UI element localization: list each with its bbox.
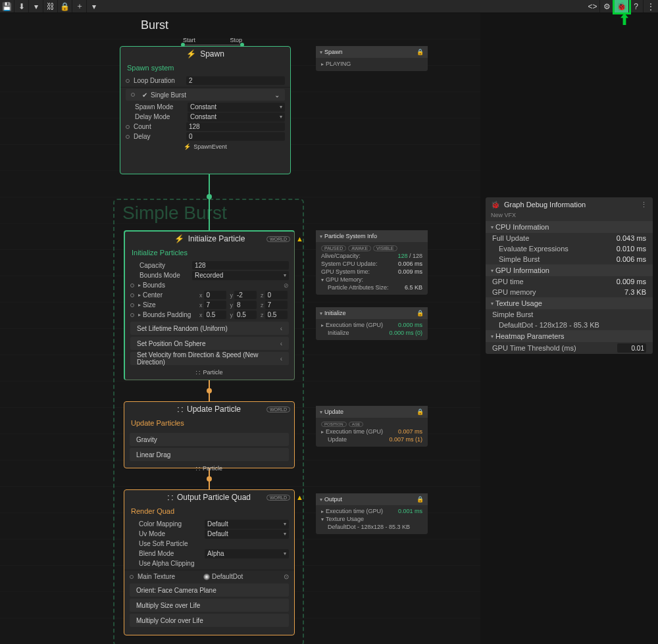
loop-duration-row: Loop Duration (120, 76, 290, 86)
caret-icon[interactable]: ▸ (138, 302, 141, 308)
info-init-title: Initialize (324, 310, 346, 316)
pad-x-input[interactable] (204, 310, 226, 319)
delay-input[interactable] (186, 132, 285, 141)
threshold-input[interactable] (617, 343, 646, 353)
chevron-down-icon[interactable]: ▾ (320, 497, 322, 503)
info-psys-panel: ▾Particle System Info PAUSEDAWAKEVISIBLE… (316, 230, 428, 295)
pad-y-input[interactable] (234, 310, 257, 319)
sb-val: 0.006 ms (617, 255, 646, 263)
update-footer: ⸬ Particle (124, 463, 294, 474)
mult-color-block[interactable]: Multiply Color over Life (130, 614, 289, 627)
size-x-input[interactable] (204, 301, 226, 309)
color-mapping-select[interactable]: Default▾ (205, 520, 289, 529)
world-badge: WORLD (266, 407, 290, 412)
caret-icon[interactable]: ▸ (138, 312, 141, 318)
lock-icon: 🔒 (417, 409, 424, 415)
set-lifetime-block[interactable]: Set Lifetime Random (Uniform)‹ (130, 322, 289, 335)
chevron-down-icon[interactable]: ▾ (320, 310, 322, 316)
droparrow-icon[interactable]: ▾ (87, 0, 101, 12)
port-icon[interactable] (126, 135, 130, 139)
bolt-icon: ⚡ (174, 234, 184, 243)
add-icon[interactable]: ＋ (72, 0, 87, 12)
settings-icon[interactable]: ⚙ (600, 0, 615, 12)
port-icon[interactable] (130, 293, 134, 297)
gpu-section-label: GPU Information (495, 266, 549, 274)
center-x-input[interactable] (204, 291, 226, 299)
info-output-panel: ▾Output🔒 ▸Execution time (GPU)0.001 ms ▾… (316, 493, 428, 534)
delay-row: Delay (120, 132, 290, 141)
set-position-block[interactable]: Set Position On Sphere‹ (130, 337, 289, 350)
set-velocity-block[interactable]: Set Velocity from Direction & Speed (New… (130, 352, 289, 365)
initialize-node[interactable]: ⚡ Initialize Particle WORLD ▲ Initialize… (124, 230, 295, 380)
port-icon[interactable] (131, 93, 135, 97)
uv-mode-select[interactable]: Default▾ (205, 530, 289, 539)
out-exec-val: 0.001 ms (398, 508, 422, 514)
mult-size-block[interactable]: Multiply Size over Life (130, 599, 289, 612)
blend-select[interactable]: Alpha▾ (205, 549, 289, 558)
save-icon[interactable]: 💾 (0, 0, 14, 12)
soft-particle-row: Use Soft Particle (124, 539, 294, 549)
caret-icon[interactable]: ▾ (491, 224, 494, 230)
debug-icon[interactable]: 🐞 (615, 0, 629, 12)
debug-panel: 🐞 Graph Debug Information ⋮ New VFX ▾CPU… (486, 197, 653, 354)
menu-icon[interactable]: ⋮ (640, 201, 647, 209)
center-z-input[interactable] (265, 291, 288, 299)
lock-icon[interactable]: 🔒 (58, 0, 72, 12)
size-y-input[interactable] (234, 301, 257, 309)
gputime-val: 0.009 ms (617, 278, 646, 285)
delay-mode-select[interactable]: Constant▾ (188, 112, 285, 122)
port-icon[interactable] (130, 303, 134, 307)
info-update-panel: ▾Update🔒 POSITIONAGE ▸Execution time (GP… (316, 406, 428, 447)
bounds-mode-select[interactable]: Recorded▾ (192, 271, 289, 280)
update-node[interactable]: ⸬ Update Particle WORLD Update Particles… (124, 401, 295, 468)
link-icon[interactable]: ⛓ (43, 0, 58, 12)
upd-exec-label: Execution time (GPU) (326, 428, 383, 435)
caret-icon[interactable]: ▾ (491, 334, 494, 339)
single-burst-row[interactable]: ✔ Single Burst ⌄ (126, 89, 285, 101)
capacity-input[interactable] (192, 261, 289, 270)
chevron-down-icon[interactable]: ▾ (320, 234, 322, 239)
port-icon[interactable] (130, 313, 134, 317)
caret-icon[interactable]: ▾ (491, 268, 494, 274)
help-icon[interactable]: ? (629, 0, 644, 12)
lineardrag-block[interactable]: Linear Drag (130, 448, 289, 461)
uv-mode-label: Uv Mode (139, 530, 205, 537)
update-section: Update Particles (124, 416, 294, 431)
loop-duration-input[interactable] (186, 76, 285, 85)
tex-sb-label: Simple Burst (492, 310, 533, 318)
chevron-down-icon: ⌄ (274, 91, 280, 99)
size-z-input[interactable] (265, 301, 288, 309)
output-header: ⸬ Output Particle Quad WORLD ▲ (124, 490, 294, 505)
code-icon[interactable]: <> (586, 0, 600, 12)
info-init-panel: ▾Initialize🔒 ▸Execution time (GPU)0.000 … (316, 307, 428, 340)
caret-icon[interactable]: ▸ (138, 292, 141, 298)
port-icon[interactable] (126, 125, 130, 129)
spawn-mode-select[interactable]: Constant▾ (188, 103, 285, 112)
gravity-block[interactable]: Gravity (130, 433, 289, 446)
port-icon[interactable] (126, 79, 130, 83)
target-icon[interactable]: ⊙ (284, 573, 289, 580)
graph-canvas[interactable]: Burst Start Stop Simple Burst ⚡ Spawn Sp… (0, 13, 480, 644)
pad-z-input[interactable] (265, 310, 288, 319)
caret-icon[interactable]: ▾ (491, 301, 494, 307)
init-exec-label: Execution time (GPU) (326, 322, 383, 328)
full-update-val: 0.043 ms (617, 234, 646, 242)
orient-block[interactable]: Orient: Face Camera Plane (130, 583, 289, 597)
port-icon[interactable] (130, 575, 134, 579)
import-icon[interactable]: ⬇ (14, 0, 29, 12)
chevron-down-icon[interactable]: ▾ (320, 409, 322, 415)
port-icon[interactable] (130, 284, 134, 287)
chevron-down-icon[interactable]: ▾ (320, 49, 322, 55)
count-input[interactable] (186, 122, 285, 131)
output-node[interactable]: ⸬ Output Particle Quad WORLD ▲ Render Qu… (124, 489, 295, 635)
cpu-label: System CPU Update: (321, 260, 378, 267)
menu-icon[interactable]: ⋮ (644, 0, 658, 12)
link-spawn-init (209, 174, 210, 230)
blend-label: Blend Mode (139, 550, 205, 557)
single-burst-label: Single Burst (151, 91, 186, 99)
spawn-node[interactable]: ⚡ Spawn Spawn system Loop Duration ✔ Sin… (120, 46, 291, 174)
caret-icon[interactable]: ▸ (138, 282, 141, 288)
lock-icon: 🔒 (417, 496, 424, 503)
center-y-input[interactable] (234, 291, 257, 299)
dropdown-icon[interactable]: ▾ (29, 0, 43, 12)
